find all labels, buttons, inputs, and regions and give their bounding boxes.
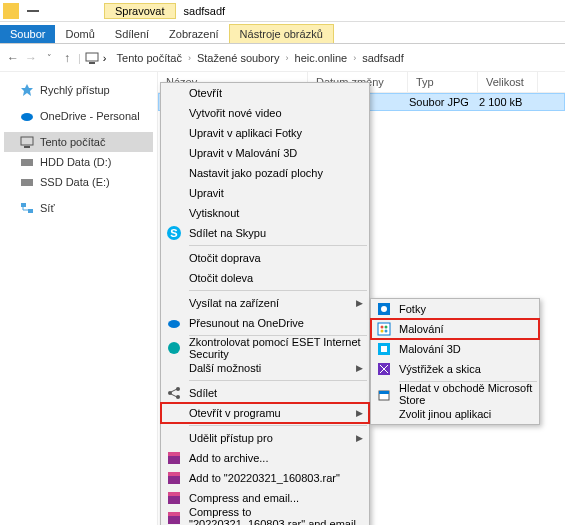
menu-item[interactable]: Add to "20220321_160803.rar" (161, 468, 369, 488)
menu-item[interactable]: Zvolit jinou aplikaci (371, 404, 539, 424)
qat-icon[interactable] (25, 3, 41, 19)
context-menu[interactable]: OtevřítVytvořit nové videoUpravit v apli… (160, 82, 370, 525)
menu-item-label: Udělit přístup pro (189, 432, 273, 444)
submenu-arrow-icon: ▶ (356, 408, 363, 418)
menu-item[interactable]: Otevřít v programu▶ (161, 403, 369, 423)
menu-item[interactable]: Vytvořit nové video (161, 103, 369, 123)
menu-item[interactable]: Hledat v obchodě Microsoft Store (371, 384, 539, 404)
menu-item[interactable]: Upravit (161, 183, 369, 203)
crumb[interactable]: heic.online (295, 52, 348, 64)
menu-item[interactable]: Upravit v Malování 3D (161, 143, 369, 163)
fotky-icon (376, 301, 392, 317)
menu-item[interactable]: Udělit přístup pro▶ (161, 428, 369, 448)
menu-item[interactable]: Vytisknout (161, 203, 369, 223)
sidebar-item-ssd[interactable]: SSD Data (E:) (4, 172, 153, 192)
menu-item[interactable]: Fotky (371, 299, 539, 319)
menu-item[interactable]: Otočit doleva (161, 268, 369, 288)
menu-item-label: Vytvořit nové video (189, 107, 282, 119)
menu-item-label: Přesunout na OneDrive (189, 317, 304, 329)
sidebar-item-onedrive[interactable]: OneDrive - Personal (4, 106, 153, 126)
menu-item-label: Nastavit jako pozadí plochy (189, 167, 323, 179)
forward-button[interactable]: → (24, 51, 38, 65)
menu-item[interactable]: Compress and email... (161, 488, 369, 508)
menu-item-label: Další možnosti (189, 362, 261, 374)
menu-item-label: Zkontrolovat pomocí ESET Internet Securi… (189, 336, 363, 360)
crumb[interactable]: sadfsadf (362, 52, 404, 64)
sidebar-item-this-pc[interactable]: Tento počítač (4, 132, 153, 152)
menu-item-label: Sdílet (189, 387, 217, 399)
menu-item-label: Malování (399, 323, 444, 335)
sidebar-item-hdd[interactable]: HDD Data (D:) (4, 152, 153, 172)
snip-icon (376, 361, 392, 377)
svg-point-29 (381, 306, 387, 312)
rar-icon (166, 470, 182, 486)
col-size[interactable]: Velikost (478, 72, 538, 92)
paint3d-icon (376, 341, 392, 357)
star-icon (20, 83, 34, 97)
menu-item-label: Otevřít v programu (189, 407, 281, 419)
pc-icon (85, 51, 99, 65)
menu-item[interactable]: Vysílat na zařízení▶ (161, 293, 369, 313)
menu-item-label: Compress and email... (189, 492, 299, 504)
rar-icon (166, 490, 182, 506)
ribbon-tab-share[interactable]: Sdílení (105, 25, 159, 43)
ribbon-tab-home[interactable]: Domů (55, 25, 104, 43)
menu-item[interactable]: Sdílet (161, 383, 369, 403)
menu-item[interactable]: Upravit v aplikaci Fotky (161, 123, 369, 143)
menu-item[interactable]: Add to archive... (161, 448, 369, 468)
menu-item[interactable]: Další možnosti▶ (161, 358, 369, 378)
svg-marker-3 (21, 84, 33, 96)
menu-item[interactable]: Výstřižek a skica (371, 359, 539, 379)
menu-item[interactable]: Zkontrolovat pomocí ESET Internet Securi… (161, 338, 369, 358)
menu-item[interactable]: Otočit doprava (161, 248, 369, 268)
svg-rect-23 (168, 472, 180, 476)
menu-item-label: Upravit v aplikaci Fotky (189, 127, 302, 139)
ribbon-tab-file[interactable]: Soubor (0, 25, 55, 43)
svg-point-4 (21, 113, 33, 121)
open-with-submenu[interactable]: FotkyMalováníMalování 3DVýstřižek a skic… (370, 298, 540, 425)
svg-rect-5 (21, 137, 33, 145)
svg-rect-2 (89, 62, 95, 64)
menu-item-label: Hledat v obchodě Microsoft Store (399, 382, 533, 406)
recent-button[interactable]: ˅ (42, 53, 56, 63)
cloud-icon (166, 315, 182, 331)
menu-item-label: Vysílat na zařízení (189, 297, 279, 309)
rar-icon (166, 450, 182, 466)
store-icon (376, 386, 392, 402)
menu-item[interactable]: Nastavit jako pozadí plochy (161, 163, 369, 183)
sidebar-item-label: HDD Data (D:) (40, 156, 112, 168)
cloud-icon (20, 109, 34, 123)
sidebar-item-quick-access[interactable]: Rychlý přístup (4, 80, 153, 100)
back-button[interactable]: ← (6, 51, 20, 65)
drive-icon (20, 155, 34, 169)
menu-item-label: Fotky (399, 303, 426, 315)
menu-item[interactable]: Otevřít (161, 83, 369, 103)
submenu-arrow-icon: ▶ (356, 433, 363, 443)
menu-item[interactable]: SSdílet na Skypu (161, 223, 369, 243)
svg-point-32 (385, 326, 388, 329)
rar-icon (166, 510, 182, 525)
menu-item[interactable]: Malování 3D (371, 339, 539, 359)
menu-item-label: Malování 3D (399, 343, 461, 355)
sidebar-item-network[interactable]: Síť (4, 198, 153, 218)
crumb[interactable]: Stažené soubory (197, 52, 280, 64)
up-button[interactable]: ↑ (60, 51, 74, 65)
menu-item[interactable]: Malování (371, 319, 539, 339)
svg-rect-21 (168, 452, 180, 456)
network-icon (20, 201, 34, 215)
breadcrumb[interactable]: Tento počítač› Stažené soubory› heic.onl… (117, 52, 404, 64)
svg-rect-9 (21, 203, 26, 207)
menu-item[interactable]: Přesunout na OneDrive (161, 313, 369, 333)
submenu-arrow-icon: ▶ (356, 298, 363, 308)
folder-icon (3, 3, 19, 19)
nav-bar: ← → ˅ ↑ | › Tento počítač› Stažené soubo… (0, 44, 565, 72)
sidebar-item-label: SSD Data (E:) (40, 176, 110, 188)
eset-icon (166, 340, 182, 356)
menu-item[interactable]: Compress to "20220321_160803.rar" and em… (161, 508, 369, 525)
paint-icon (376, 321, 392, 337)
sidebar-item-label: Tento počítač (40, 136, 105, 148)
crumb[interactable]: Tento počítač (117, 52, 182, 64)
ribbon-tab-picture-tools[interactable]: Nástroje obrázků (229, 24, 334, 43)
ribbon-tab-view[interactable]: Zobrazení (159, 25, 229, 43)
col-type[interactable]: Typ (408, 72, 478, 92)
